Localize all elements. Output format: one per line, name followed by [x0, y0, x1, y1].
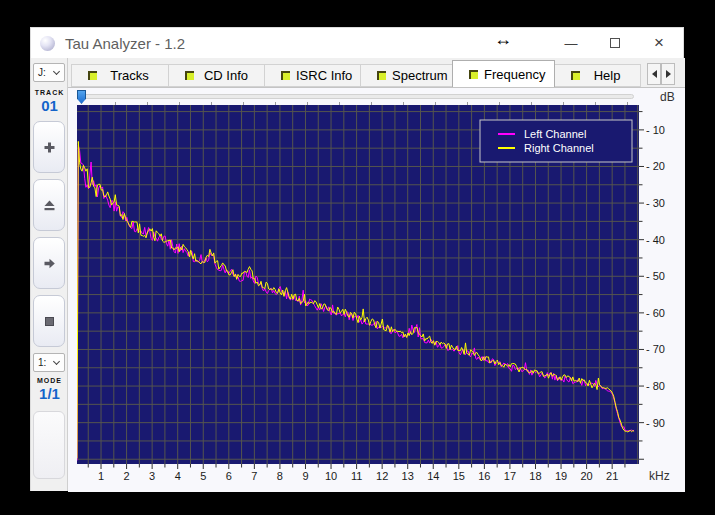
app-window: Tau Analyzer - 1.2 — × J: TRACK 01	[30, 27, 684, 491]
mode-value: 1/1	[31, 385, 68, 402]
x-tick-label: 5	[200, 470, 206, 482]
x-tick-label: 14	[427, 470, 439, 482]
tab-label: Frequency	[478, 67, 557, 82]
sidebar: J: TRACK 01 1:	[31, 58, 68, 491]
add-button[interactable]	[33, 121, 65, 173]
mode-select-value: 1:	[38, 357, 46, 368]
tab-flag-icon	[469, 70, 478, 79]
y-tick-label: - 40	[646, 234, 665, 246]
maximize-button[interactable]	[593, 28, 637, 58]
tab-flag-icon	[571, 71, 580, 80]
tab-label: CD Info	[194, 68, 264, 83]
sidebar-spacer	[33, 411, 65, 479]
tab-flag-icon	[377, 71, 386, 80]
chevron-down-icon	[53, 358, 60, 365]
x-tick-label: 1	[98, 470, 104, 482]
x-tick-label: 21	[606, 470, 618, 482]
mode-label: MODE	[31, 377, 68, 384]
x-tick-label: 2	[124, 470, 130, 482]
app-icon	[40, 36, 55, 51]
minimize-button[interactable]: —	[549, 28, 593, 58]
close-button[interactable]: ×	[637, 28, 681, 58]
legend-box	[480, 120, 632, 162]
x-tick-label: 10	[325, 470, 337, 482]
tab-label: Tracks	[97, 68, 168, 83]
tab-tracks[interactable]: Tracks	[71, 64, 169, 87]
frequency-chart: - 10- 20- 30- 40- 50- 60- 70- 80- 901234…	[68, 103, 685, 493]
y-tick-label: - 30	[646, 197, 665, 209]
x-tick-label: 20	[580, 470, 592, 482]
tab-scroll-right-button[interactable]	[661, 63, 675, 85]
stop-button[interactable]	[33, 295, 65, 347]
tab-cd-info[interactable]: CD Info	[168, 64, 265, 87]
tab-spectrum[interactable]: Spectrum	[360, 64, 453, 87]
x-tick-label: 4	[175, 470, 181, 482]
legend-label: Right Channel	[524, 142, 594, 154]
x-tick-label: 11	[351, 470, 362, 482]
content-area: TracksCD InfoISRC InfoSpectrumFrequencyH…	[68, 58, 685, 492]
title-bar[interactable]: Tau Analyzer - 1.2 — ×	[31, 28, 683, 58]
position-slider-thumb[interactable]	[77, 90, 86, 104]
tab-frequency[interactable]: Frequency	[452, 60, 555, 87]
mouse-cursor: ↔	[494, 29, 512, 50]
y-tick-label: - 60	[646, 307, 665, 319]
tab-label: Spectrum	[386, 68, 460, 83]
x-tick-label: 18	[529, 470, 541, 482]
y-tick-label: - 10	[646, 124, 665, 136]
y-tick-label: - 70	[646, 343, 665, 355]
track-label: TRACK	[31, 89, 68, 96]
mode-select[interactable]: 1:	[33, 353, 65, 372]
x-tick-label: 8	[277, 470, 283, 482]
tab-bar: TracksCD InfoISRC InfoSpectrumFrequencyH…	[71, 60, 640, 87]
tab-help[interactable]: Help	[554, 64, 641, 87]
chevron-down-icon	[53, 68, 60, 75]
x-tick-label: 3	[149, 470, 155, 482]
y-axis-unit-label: dB	[660, 90, 675, 104]
tab-flag-icon	[185, 71, 194, 80]
x-tick-label: 16	[478, 470, 490, 482]
eject-icon	[41, 197, 58, 214]
plus-icon	[41, 139, 58, 156]
close-icon: ×	[654, 33, 664, 53]
x-tick-label: 9	[302, 470, 308, 482]
minimize-icon: —	[565, 36, 578, 51]
next-track-button[interactable]	[33, 237, 65, 289]
x-axis-unit-label: kHz	[649, 469, 670, 483]
tab-scroll-left-button[interactable]	[647, 63, 661, 85]
tab-flag-icon	[88, 71, 97, 80]
track-number: 01	[31, 97, 68, 114]
arrow-right-icon	[41, 255, 58, 272]
x-tick-label: 7	[251, 470, 257, 482]
tab-label: ISRC Info	[290, 68, 364, 83]
y-tick-label: - 90	[646, 417, 665, 429]
x-tick-label: 12	[376, 470, 388, 482]
x-tick-label: 13	[402, 470, 414, 482]
drive-select[interactable]: J:	[33, 63, 65, 82]
x-tick-label: 6	[226, 470, 232, 482]
x-tick-label: 15	[453, 470, 465, 482]
window-title: Tau Analyzer - 1.2	[65, 35, 185, 52]
stop-icon	[41, 313, 58, 330]
tab-label: Help	[580, 68, 640, 83]
tab-isrc-info[interactable]: ISRC Info	[264, 64, 361, 87]
eject-button[interactable]	[33, 179, 65, 231]
position-slider[interactable]	[77, 94, 634, 99]
legend-label: Left Channel	[524, 128, 586, 140]
drive-select-value: J:	[38, 67, 46, 78]
y-tick-label: - 20	[646, 160, 665, 172]
y-tick-label: - 80	[646, 380, 665, 392]
x-tick-label: 19	[555, 470, 567, 482]
y-tick-label: - 50	[646, 270, 665, 282]
arrow-left-icon	[648, 70, 657, 78]
frequency-panel: dB - 10- 20- 30- 40- 50- 60- 70- 80- 901…	[68, 87, 685, 492]
tab-flag-icon	[281, 71, 290, 80]
window-controls: — ×	[549, 28, 681, 58]
arrow-right-icon	[666, 70, 675, 78]
x-tick-label: 17	[504, 470, 516, 482]
maximize-icon	[610, 38, 620, 48]
